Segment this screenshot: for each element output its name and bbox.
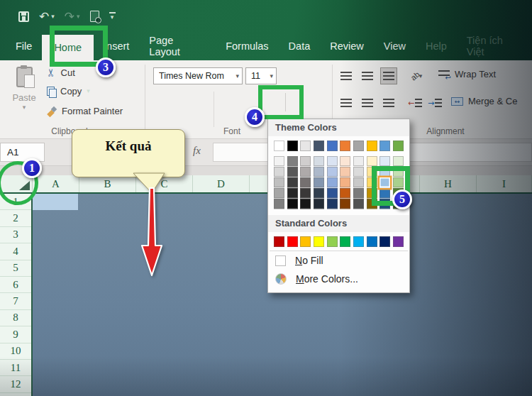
standard-color-swatch[interactable]	[287, 236, 298, 247]
theme-color-swatch[interactable]	[353, 141, 364, 151]
theme-color-swatch[interactable]	[367, 141, 377, 151]
column-header-b[interactable]: B	[79, 175, 136, 192]
theme-variant-swatch[interactable]	[314, 156, 324, 167]
column-header-i[interactable]: I	[477, 175, 532, 192]
standard-color-swatch[interactable]	[379, 236, 390, 247]
insert-function-icon[interactable]: fx	[193, 145, 201, 157]
standard-color-swatch[interactable]	[367, 236, 377, 247]
theme-variant-swatch[interactable]	[327, 177, 338, 188]
more-colors-option[interactable]: More Colors...	[268, 270, 409, 288]
print-preview-button[interactable]	[90, 11, 99, 22]
row-header-9[interactable]: 9	[0, 326, 31, 343]
row-header-7[interactable]: 7	[0, 293, 31, 309]
tab-help[interactable]: Help	[416, 31, 457, 60]
row-header-2[interactable]: 2	[0, 210, 31, 226]
theme-variant-swatch[interactable]	[314, 167, 324, 177]
theme-variant-swatch[interactable]	[287, 188, 298, 199]
wrap-text-button[interactable]: Wrap Text	[438, 69, 496, 79]
theme-variant-swatch[interactable]	[274, 199, 284, 209]
theme-variant-swatch[interactable]	[353, 188, 364, 199]
customize-quick-access-button[interactable]: ▾	[109, 12, 116, 21]
theme-color-swatch[interactable]	[340, 141, 350, 151]
column-header-h[interactable]: H	[420, 175, 477, 192]
theme-variant-swatch[interactable]	[287, 199, 298, 209]
theme-variant-swatch[interactable]	[300, 177, 311, 188]
theme-variant-swatch[interactable]	[274, 188, 284, 199]
paste-button[interactable]: Paste ▾	[6, 65, 43, 126]
column-header-d[interactable]: D	[193, 175, 250, 192]
tab-data[interactable]: Data	[279, 31, 321, 60]
theme-variant-swatch[interactable]	[340, 167, 350, 177]
align-left-button[interactable]	[338, 94, 355, 111]
row-header-11[interactable]: 11	[0, 360, 31, 376]
copy-button[interactable]: Copy ▾	[47, 86, 90, 97]
cut-button[interactable]: ✂ Cut	[47, 66, 75, 79]
tab-file[interactable]: File	[6, 31, 42, 60]
row-header-4[interactable]: 4	[0, 243, 31, 260]
align-center-button[interactable]	[359, 94, 376, 111]
tab-view[interactable]: View	[374, 31, 416, 60]
theme-variant-swatch[interactable]	[340, 188, 350, 199]
redo-button[interactable]: ↷▾	[65, 11, 80, 23]
theme-variant-swatch[interactable]	[300, 199, 311, 209]
format-painter-button[interactable]: Format Painter	[47, 106, 123, 116]
theme-color-swatch[interactable]	[393, 141, 404, 151]
theme-variant-swatch[interactable]	[287, 177, 298, 188]
theme-variant-swatch[interactable]	[314, 177, 324, 188]
theme-variant-swatch[interactable]	[340, 177, 350, 188]
standard-color-swatch[interactable]	[340, 236, 350, 247]
theme-variant-swatch[interactable]	[314, 188, 324, 199]
theme-color-swatch[interactable]	[274, 141, 284, 151]
row-header-13[interactable]: 13	[0, 393, 31, 396]
theme-variant-swatch[interactable]	[367, 156, 377, 167]
standard-color-swatch[interactable]	[353, 236, 364, 247]
tab-formulas[interactable]: Formulas	[216, 31, 278, 60]
standard-color-swatch[interactable]	[327, 236, 338, 247]
theme-variant-swatch[interactable]	[353, 199, 364, 209]
theme-variant-swatch[interactable]	[274, 177, 284, 188]
row-header-6[interactable]: 6	[0, 277, 31, 293]
selected-cell-a1[interactable]	[33, 194, 78, 210]
theme-color-swatch[interactable]	[300, 141, 311, 151]
theme-variant-swatch[interactable]	[353, 156, 364, 167]
theme-variant-swatch[interactable]	[300, 188, 311, 199]
theme-variant-swatch[interactable]	[353, 167, 364, 177]
theme-variant-swatch[interactable]	[379, 156, 390, 167]
row-header-3[interactable]: 3	[0, 227, 31, 243]
row-header-10[interactable]: 10	[0, 343, 31, 360]
tab-review[interactable]: Review	[320, 31, 374, 60]
theme-variant-swatch[interactable]	[300, 156, 311, 167]
standard-color-swatch[interactable]	[393, 236, 404, 247]
increase-indent-button[interactable]: →	[426, 94, 444, 111]
bottom-align-button[interactable]	[380, 67, 397, 84]
theme-variant-swatch[interactable]	[327, 167, 338, 177]
theme-variant-swatch[interactable]	[287, 156, 298, 167]
font-name-combobox[interactable]: Times New Rom ▾	[153, 67, 243, 84]
theme-variant-swatch[interactable]	[274, 156, 284, 167]
theme-color-swatch[interactable]	[379, 141, 390, 151]
save-button[interactable]	[18, 11, 29, 22]
theme-variant-swatch[interactable]	[353, 177, 364, 188]
standard-color-swatch[interactable]	[300, 236, 311, 247]
theme-variant-swatch[interactable]	[287, 167, 298, 177]
no-fill-option[interactable]: No Fill	[268, 251, 409, 270]
middle-align-button[interactable]	[359, 67, 376, 84]
undo-button[interactable]: ↶▾	[39, 11, 55, 23]
theme-color-swatch[interactable]	[327, 141, 338, 151]
decrease-indent-button[interactable]: ←	[406, 94, 424, 111]
merge-center-button[interactable]: ↔ Merge & Ce	[451, 96, 517, 106]
theme-variant-swatch[interactable]	[314, 199, 324, 209]
orientation-button[interactable]: ab ▾	[406, 67, 427, 84]
name-box[interactable]: A1	[0, 143, 45, 162]
row-header-12[interactable]: 12	[0, 376, 31, 392]
tab-page-layout[interactable]: Page Layout	[139, 31, 216, 60]
theme-variant-swatch[interactable]	[393, 156, 404, 167]
theme-variant-swatch[interactable]	[340, 156, 350, 167]
standard-color-swatch[interactable]	[314, 236, 324, 247]
column-header-c[interactable]: C	[136, 175, 193, 192]
theme-variant-swatch[interactable]	[274, 167, 284, 177]
align-right-button[interactable]	[380, 94, 397, 111]
theme-variant-swatch[interactable]	[327, 199, 338, 209]
row-header-8[interactable]: 8	[0, 310, 31, 326]
theme-variant-swatch[interactable]	[327, 156, 338, 167]
